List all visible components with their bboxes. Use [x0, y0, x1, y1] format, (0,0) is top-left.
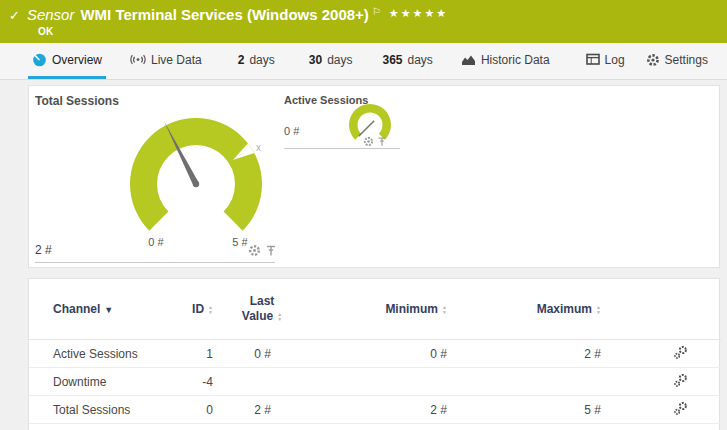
- sort-arrows-icon: ▲▼: [208, 305, 213, 314]
- channel-settings-gears-icon[interactable]: [673, 405, 688, 419]
- active-sessions-value: 0 #: [284, 125, 299, 137]
- mini-gauge-pin-icon[interactable]: [377, 136, 387, 147]
- tab-live-data[interactable]: Live Data: [126, 43, 206, 79]
- channel-maximum: 2 #: [479, 340, 639, 368]
- tab-365-days[interactable]: 365 days: [378, 43, 436, 79]
- channel-last-value: 2 #: [219, 396, 305, 424]
- divider: [35, 262, 275, 263]
- object-kind-label: Sensor: [27, 6, 75, 23]
- tab-settings-label: Settings: [665, 53, 708, 67]
- sensor-header: ✓ Sensor WMI Terminal Services (Windows …: [0, 0, 727, 43]
- gear-icon: [646, 53, 660, 67]
- column-header-minimum-label: Minimum: [385, 302, 438, 316]
- channel-minimum: 0 #: [305, 340, 479, 368]
- sort-arrows-icon: ▲▼: [442, 305, 447, 314]
- channel-settings-gears-icon[interactable]: [673, 349, 688, 363]
- channel-id: 0: [179, 396, 219, 424]
- channel-id: 1: [179, 340, 219, 368]
- gauge-scale-min: 0 #: [141, 236, 171, 248]
- tab-settings[interactable]: Settings: [642, 43, 712, 79]
- log-icon: [586, 53, 600, 66]
- column-header-channel-label: Channel: [53, 302, 100, 316]
- column-header-last-value[interactable]: Last Value▲▼: [219, 279, 305, 340]
- area-chart-icon: [461, 53, 476, 66]
- sensor-header-row: ✓ Sensor WMI Terminal Services (Windows …: [9, 6, 448, 23]
- column-header-maximum[interactable]: Maximum▲▼: [479, 279, 639, 340]
- channel-row-total-sessions[interactable]: Total Sessions 0 2 # 2 # 5 #: [29, 396, 721, 424]
- channel-row-active-sessions[interactable]: Active Sessions 1 0 # 0 # 2 #: [29, 340, 721, 368]
- channel-minimum: 2 #: [305, 396, 479, 424]
- tab-2-days-number: 2: [238, 53, 245, 67]
- column-header-minimum[interactable]: Minimum▲▼: [305, 279, 479, 340]
- gauge-settings-gear-icon[interactable]: [248, 244, 261, 257]
- page-title: WMI Terminal Services (Windows 2008+): [80, 6, 368, 23]
- tab-365-days-label: days: [408, 53, 433, 67]
- gauge-limit-marker: x: [256, 142, 261, 153]
- column-header-id-label: ID: [192, 302, 204, 316]
- tab-365-days-number: 365: [382, 53, 402, 67]
- channel-name: Active Sessions: [29, 340, 179, 368]
- column-header-actions: [639, 279, 721, 340]
- column-header-id[interactable]: ID▲▼: [179, 279, 219, 340]
- channels-table: Channel▼ ID▲▼ Last Value▲▼ Minimum▲▼ Max…: [29, 279, 721, 424]
- column-header-last-label: Last: [250, 294, 275, 308]
- column-header-maximum-label: Maximum: [537, 302, 592, 316]
- tab-historic-data-label: Historic Data: [481, 53, 550, 67]
- channel-last-value: [219, 368, 305, 396]
- channel-last-value: 0 #: [219, 340, 305, 368]
- tab-bar: Overview Live Data 2 days 30 days 365 da…: [0, 43, 727, 80]
- channel-settings-gears-icon[interactable]: [673, 377, 688, 391]
- overview-gauges-panel: Total Sessions x 0 # 5 # 2 # Active Sess…: [28, 85, 720, 268]
- tab-live-data-label: Live Data: [151, 53, 202, 67]
- total-sessions-title: Total Sessions: [35, 94, 119, 108]
- tab-overview[interactable]: Overview: [28, 43, 106, 79]
- tab-30-days-label: days: [327, 53, 352, 67]
- flag-icon[interactable]: ⚐: [372, 6, 381, 17]
- tab-2-days-label: days: [249, 53, 274, 67]
- status-ok-icon: ✓: [9, 8, 20, 23]
- tab-30-days[interactable]: 30 days: [305, 43, 357, 79]
- channel-settings-cell: [639, 396, 721, 424]
- channel-maximum: 5 #: [479, 396, 639, 424]
- sort-caret-icon: ▼: [104, 305, 113, 315]
- gauge-pin-icon[interactable]: [265, 244, 277, 257]
- tab-log[interactable]: Log: [582, 43, 629, 79]
- tab-30-days-number: 30: [309, 53, 322, 67]
- channel-maximum: [479, 368, 639, 396]
- mini-gauge-settings-gear-icon[interactable]: [363, 136, 374, 147]
- sort-arrows-icon: ▲▼: [596, 305, 601, 314]
- tab-log-label: Log: [605, 53, 625, 67]
- gauge-icon: [32, 52, 47, 67]
- channels-panel: Channel▼ ID▲▼ Last Value▲▼ Minimum▲▼ Max…: [28, 278, 720, 430]
- priority-stars[interactable]: ★★★★★: [389, 7, 448, 20]
- column-header-value-label: Value: [242, 309, 273, 323]
- channel-settings-cell: [639, 340, 721, 368]
- live-data-icon: [130, 53, 146, 66]
- channel-name: Total Sessions: [29, 396, 179, 424]
- channel-row-downtime[interactable]: Downtime -4: [29, 368, 721, 396]
- channel-settings-cell: [639, 368, 721, 396]
- status-text: OK: [38, 26, 54, 37]
- table-header-row: Channel▼ ID▲▼ Last Value▲▼ Minimum▲▼ Max…: [29, 279, 721, 340]
- tab-2-days[interactable]: 2 days: [234, 43, 279, 79]
- tab-overview-label: Overview: [52, 53, 102, 67]
- column-header-channel[interactable]: Channel▼: [29, 279, 179, 340]
- channel-id: -4: [179, 368, 219, 396]
- channel-name: Downtime: [29, 368, 179, 396]
- tab-historic-data[interactable]: Historic Data: [457, 43, 554, 79]
- total-sessions-gauge[interactable]: [124, 106, 269, 246]
- total-sessions-value: 2 #: [35, 243, 52, 257]
- sort-arrows-icon: ▲▼: [277, 312, 282, 321]
- divider: [284, 148, 400, 149]
- channel-minimum: [305, 368, 479, 396]
